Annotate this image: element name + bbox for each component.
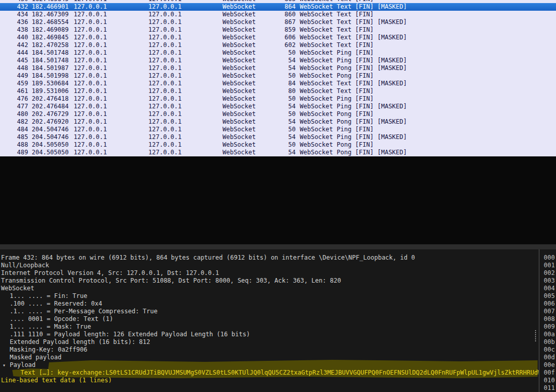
detail-ws-compressed-label: .1.. .... = Per-Message Compressed: True [10, 308, 158, 315]
detail-ws-compressed[interactable]: .1.. .... = Per-Message Compressed: True [0, 308, 539, 315]
detail-null-loopback[interactable]: Null/Loopback [0, 262, 539, 269]
col-protocol: WebSocket [223, 95, 266, 103]
col-length: 54 [266, 149, 296, 156]
detail-ws-mask-label: 1... .... = Mask: True [10, 323, 91, 330]
horizontal-scrollbar[interactable] [0, 244, 556, 249]
col-source: 127.0.0.1 [74, 87, 148, 95]
packet-row[interactable]: 434182.467309127.0.0.1127.0.0.1WebSocket… [0, 11, 556, 18]
hex-offset: 007 [540, 308, 556, 315]
packet-row-content: 459189.530684127.0.0.1127.0.0.1WebSocket… [0, 80, 556, 87]
packet-row-selected[interactable]: 432182.466901127.0.0.1127.0.0.1WebSocket… [0, 3, 556, 11]
col-protocol: WebSocket [223, 110, 266, 118]
hex-offset-column: 00000100200300400500600700800900a00b00c0… [540, 249, 556, 392]
col-protocol: WebSocket [223, 57, 266, 64]
col-destination: 127.0.0.1 [148, 118, 223, 126]
col-number: 449 [0, 72, 28, 80]
col-length: 50 [266, 72, 296, 80]
col-number: 436 [0, 18, 28, 26]
packet-row[interactable]: 449184.501998127.0.0.1127.0.0.1WebSocket… [0, 72, 556, 80]
detail-ws-ext-payload-length[interactable]: Extended Payload length (16 bits): 812 [0, 338, 539, 346]
col-number: 461 [0, 87, 28, 95]
packet-row[interactable]: 484204.504746127.0.0.1127.0.0.1WebSocket… [0, 126, 556, 133]
detail-ws-mask[interactable]: 1... .... = Mask: True [0, 323, 539, 331]
detail-ws-masking-key[interactable]: Masking-Key: 0a2ff906 [0, 346, 539, 354]
detail-tcp[interactable]: Transmission Control Protocol, Src Port:… [0, 277, 539, 285]
col-time: 189.530684 [32, 80, 73, 87]
col-number: 477 [0, 103, 28, 110]
col-protocol: WebSocket [223, 3, 266, 11]
packet-row[interactable]: 488204.505050127.0.0.1127.0.0.1WebSocket… [0, 141, 556, 149]
packet-row[interactable]: 436182.468554127.0.0.1127.0.0.1WebSocket… [0, 18, 556, 26]
detail-ws-fin[interactable]: 1... .... = Fin: True [0, 292, 539, 300]
col-length: 602 [266, 41, 296, 49]
col-destination: 127.0.0.1 [148, 149, 223, 156]
detail-line-based-text-data[interactable]: Line-based text data (1 lines) [0, 377, 539, 384]
col-info: WebSocket Text [FIN] [MASKED] [300, 18, 556, 26]
packet-row-content: 440182.469845127.0.0.1127.0.0.1WebSocket… [0, 34, 556, 41]
packet-row-content: 485204.504746127.0.0.1127.0.0.1WebSocket… [0, 133, 556, 141]
col-destination: 127.0.0.1 [148, 110, 223, 118]
hex-offset: 000 [540, 254, 556, 262]
col-source: 127.0.0.1 [74, 57, 148, 64]
col-length: 54 [266, 103, 296, 110]
col-number: 459 [0, 80, 28, 87]
col-time: 202.476418 [32, 95, 73, 103]
col-length: 84 [266, 80, 296, 87]
col-destination: 127.0.0.1 [148, 57, 223, 64]
packet-row[interactable]: 438182.469089127.0.0.1127.0.0.1WebSocket… [0, 26, 556, 34]
col-destination: 127.0.0.1 [148, 11, 223, 18]
packet-row[interactable]: 448184.501987127.0.0.1127.0.0.1WebSocket… [0, 64, 556, 72]
col-source: 127.0.0.1 [74, 110, 148, 118]
detail-ws-payload[interactable]: ▾Payload [0, 361, 539, 369]
detail-websocket[interactable]: WebSocket [0, 285, 539, 292]
hex-offset: 003 [540, 277, 556, 285]
col-source: 127.0.0.1 [74, 118, 148, 126]
col-destination: 127.0.0.1 [148, 18, 223, 26]
detail-ws-masked-payload[interactable]: Masked payload [0, 354, 539, 361]
col-time: 204.505050 [32, 149, 73, 156]
detail-frame[interactable]: Frame 432: 864 bytes on wire (6912 bits)… [0, 254, 539, 262]
detail-ws-payload-length-label: .111 1110 = Payload length: 126 Extended… [10, 331, 250, 338]
packet-row[interactable]: 440182.469845127.0.0.1127.0.0.1WebSocket… [0, 34, 556, 41]
hex-offset: 004 [540, 285, 556, 292]
expander-triangle-icon[interactable]: ▾ [3, 361, 6, 369]
packet-row[interactable]: 480202.476729127.0.0.1127.0.0.1WebSocket… [0, 110, 556, 118]
packet-row[interactable]: 442182.470258127.0.0.1127.0.0.1WebSocket… [0, 41, 556, 49]
col-length: 864 [266, 3, 296, 11]
col-destination: 127.0.0.1 [148, 133, 223, 141]
packet-row[interactable]: 461189.531006127.0.0.1127.0.0.1WebSocket… [0, 87, 556, 95]
detail-ws-reserved[interactable]: .100 .... = Reserved: 0x4 [0, 300, 539, 308]
detail-ipv4[interactable]: Internet Protocol Version 4, Src: 127.0.… [0, 269, 539, 277]
packet-row[interactable]: 444184.501748127.0.0.1127.0.0.1WebSocket… [0, 49, 556, 57]
col-info: WebSocket Text [FIN] [MASKED] [300, 34, 556, 41]
col-number: 489 [0, 149, 28, 156]
col-time: 202.476920 [32, 118, 73, 126]
packet-list-empty-area [0, 156, 556, 244]
col-number: 480 [0, 110, 28, 118]
col-info: WebSocket Pong [FIN] [300, 72, 556, 80]
col-number: 434 [0, 11, 28, 18]
col-time: 202.476729 [32, 110, 73, 118]
packet-row-content: 438182.469089127.0.0.1127.0.0.1WebSocket… [0, 26, 556, 34]
col-time: 204.504746 [32, 133, 73, 141]
detail-frame-label: Frame 432: 864 bytes on wire (6912 bits)… [1, 254, 415, 261]
detail-ws-payload-length[interactable]: .111 1110 = Payload length: 126 Extended… [0, 331, 539, 338]
col-destination: 127.0.0.1 [148, 49, 223, 57]
packet-row[interactable]: 485204.504746127.0.0.1127.0.0.1WebSocket… [0, 133, 556, 141]
col-protocol: WebSocket [223, 34, 266, 41]
col-info: WebSocket Ping [FIN] [300, 95, 556, 103]
detail-ws-opcode[interactable]: .... 0001 = Opcode: Text (1) [0, 315, 539, 323]
packet-row[interactable]: 445184.501748127.0.0.1127.0.0.1WebSocket… [0, 57, 556, 64]
packet-row[interactable]: 476202.476418127.0.0.1127.0.0.1WebSocket… [0, 95, 556, 103]
col-time: 184.501998 [32, 72, 73, 80]
packet-row[interactable]: 489204.505050127.0.0.1127.0.0.1WebSocket… [0, 149, 556, 156]
col-protocol: WebSocket [223, 11, 266, 18]
col-time: 204.504746 [32, 126, 73, 133]
col-length: 54 [266, 118, 296, 126]
packet-row[interactable]: 459189.530684127.0.0.1127.0.0.1WebSocket… [0, 80, 556, 87]
col-info: WebSocket Ping [FIN] [300, 126, 556, 133]
detail-ws-payload-text[interactable]: Text […]: key-exchange:LS0tLS1CRUdJTiBQV… [0, 369, 539, 377]
packet-row[interactable]: 477202.476484127.0.0.1127.0.0.1WebSocket… [0, 103, 556, 110]
detail-tree: Frame 432: 864 bytes on wire (6912 bits)… [0, 249, 539, 384]
packet-row[interactable]: 482202.476920127.0.0.1127.0.0.1WebSocket… [0, 118, 556, 126]
